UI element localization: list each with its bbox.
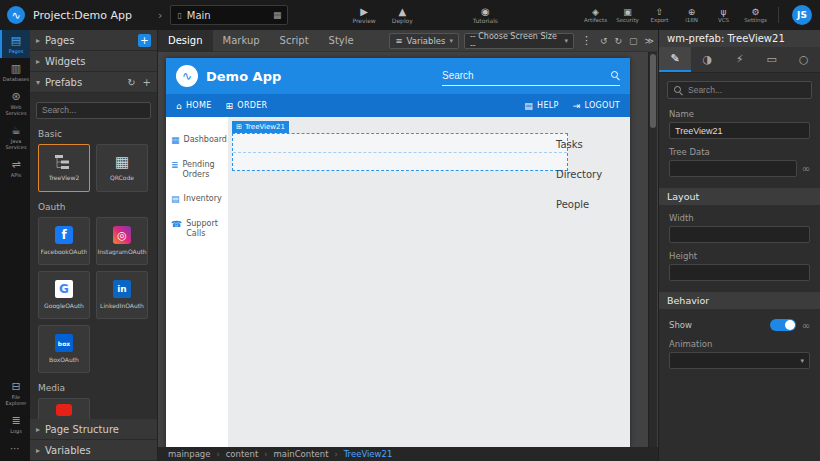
tab-events[interactable]: ⚡: [723, 47, 755, 72]
breadcrumb-mainpage[interactable]: mainpage: [168, 449, 210, 459]
tab-properties[interactable]: ✎: [659, 47, 691, 72]
sidebar-item-dashboard[interactable]: ▦ Dashboard: [166, 135, 228, 145]
tab-markup[interactable]: Markup: [213, 30, 270, 52]
qrcode-icon: ▦: [115, 154, 129, 170]
property-search-input[interactable]: [688, 85, 805, 95]
widgets-section-header[interactable]: ▸ Widgets: [30, 51, 157, 72]
breadcrumb-content[interactable]: content: [226, 449, 259, 459]
add-page-button[interactable]: +: [138, 34, 151, 47]
variables-dropdown[interactable]: ≡ Variables ▾: [389, 33, 458, 49]
export-button[interactable]: ⇧ Export: [646, 7, 673, 23]
prefabs-section-header[interactable]: ▾ Prefabs ↻ +: [30, 72, 157, 93]
rail-item-file-explorer[interactable]: ⊟ File Explorer: [0, 376, 30, 410]
rail-item-logs[interactable]: ≣ Logs: [0, 410, 30, 438]
prefab-tile-googleoauth[interactable]: G GoogleOAuth: [38, 271, 90, 319]
tab-device[interactable]: ▭: [756, 47, 788, 72]
scrollbar-thumb[interactable]: [650, 54, 656, 128]
prefab-tile-instagramoauth[interactable]: ◎ InstagramOAuth: [96, 217, 148, 265]
prefab-tile-boxoauth[interactable]: box BoxOAuth: [38, 325, 90, 373]
redo-icon[interactable]: ↻: [614, 36, 624, 46]
undo-icon[interactable]: ↺: [599, 36, 609, 46]
rail-item-databases[interactable]: ▥ Databases: [0, 58, 30, 86]
treeview-widget-selection[interactable]: [232, 133, 568, 171]
tile-label: LinkedInOAuth: [100, 302, 144, 309]
kebab-menu-icon[interactable]: ⋮: [579, 34, 594, 47]
add-prefab-icon[interactable]: +: [143, 77, 151, 88]
security-button[interactable]: ▣ Security: [614, 7, 641, 23]
search-icon[interactable]: [611, 71, 620, 80]
rail-item-pages[interactable]: ▤ Pages: [0, 30, 30, 58]
page-selector-value: Main: [187, 10, 211, 21]
height-input[interactable]: [669, 264, 810, 281]
list-item-directory[interactable]: Directory: [556, 169, 618, 180]
vcs-label: VCS: [718, 17, 729, 23]
width-input[interactable]: [669, 226, 810, 243]
canvas-scrollbar[interactable]: [648, 52, 657, 447]
vcs-button[interactable]: ψ VCS: [710, 7, 737, 23]
list-item-tasks[interactable]: Tasks: [556, 139, 618, 150]
breadcrumb-treeview21[interactable]: TreeView21: [344, 449, 393, 459]
prefab-tile-qrcode[interactable]: ▦ QRCode: [96, 144, 148, 192]
refresh-prefabs-icon[interactable]: ↻: [127, 77, 135, 88]
rail-item-web-services[interactable]: ⊛ Web Services: [0, 86, 30, 120]
tab-style[interactable]: Style: [319, 30, 364, 52]
nav-item-order[interactable]: ⊞ ORDER: [226, 101, 268, 111]
top-bar: ∿ Project:Demo App › ▯ Main ▦ ▶ Preview …: [0, 0, 820, 30]
nav-item-logout[interactable]: ⇥ LOGOUT: [573, 101, 620, 111]
sidebar-item-support-calls[interactable]: ☎ Support Calls: [166, 219, 228, 238]
tab-script[interactable]: Script: [270, 30, 319, 52]
treeview-icon: [54, 154, 74, 170]
pages-section-label: Pages: [45, 35, 74, 46]
tab-security[interactable]: ○: [788, 47, 820, 72]
screen-size-select[interactable]: -- Choose Screen Size -- ▾: [464, 33, 574, 49]
height-label: Height: [669, 251, 810, 261]
app-search-input[interactable]: [442, 70, 607, 81]
i18n-button[interactable]: ⊕ i18N: [678, 7, 705, 23]
tutorials-button[interactable]: ◉ Tutorials: [473, 6, 498, 24]
prefab-search-input[interactable]: [36, 102, 151, 119]
tree-data-input[interactable]: [669, 160, 797, 177]
sidebar-item-inventory[interactable]: ▤ Inventory: [166, 194, 228, 204]
prefab-tile-facebookoauth[interactable]: f FacebookOAuth: [38, 217, 90, 265]
variables-section-header[interactable]: ▸ Variables: [30, 440, 157, 461]
save-icon[interactable]: ▢: [628, 36, 639, 46]
databases-rail-label: Databases: [3, 76, 29, 82]
nav-item-help[interactable]: ▤ HELP: [524, 101, 558, 111]
artifacts-button[interactable]: ◈ Artifacts: [582, 7, 609, 23]
prefab-tile-media[interactable]: [38, 398, 90, 420]
expand-panel-icon[interactable]: ≫: [644, 36, 655, 46]
show-toggle[interactable]: [770, 319, 796, 331]
name-input[interactable]: [669, 122, 810, 139]
breadcrumb: mainpage › content › mainContent › TreeV…: [158, 447, 658, 461]
bind-link-icon[interactable]: ∞: [802, 320, 810, 331]
settings-button[interactable]: ⚙ Settings: [742, 7, 769, 23]
rail-item-apis[interactable]: ⇌ APIs: [0, 154, 30, 182]
list-item-people[interactable]: People: [556, 199, 618, 210]
more-options-icon[interactable]: ⋯: [0, 438, 30, 461]
breadcrumb-maincontent[interactable]: mainContent: [273, 449, 328, 459]
bind-link-icon[interactable]: ∞: [802, 163, 810, 174]
variables-icon: ≡: [395, 36, 402, 46]
pages-rail-label: Pages: [9, 48, 24, 54]
sidebar-item-pending-orders[interactable]: ≣ Pending Orders: [166, 160, 228, 179]
rail-item-java-services[interactable]: ☕ Java Services: [0, 120, 30, 154]
tab-styles[interactable]: ◑: [691, 47, 723, 72]
page-structure-section-header[interactable]: ▸ Page Structure: [30, 419, 157, 440]
caret-right-icon: ▸: [36, 57, 40, 66]
selected-widget-tag[interactable]: ⊞ TreeView21: [232, 121, 289, 133]
artifacts-label: Artifacts: [584, 17, 607, 23]
security-icon: ▣: [623, 7, 632, 17]
tab-design[interactable]: Design: [158, 30, 213, 52]
prefab-tile-treeview2[interactable]: TreeView2: [38, 144, 90, 192]
user-avatar[interactable]: JS: [792, 5, 812, 25]
page-selector-dropdown[interactable]: ▯ Main ▦: [170, 5, 288, 25]
prefab-tile-linkedinoauth[interactable]: in LinkedInOAuth: [96, 271, 148, 319]
media-icon: [56, 404, 72, 416]
deploy-button[interactable]: ▲ Deploy: [392, 6, 413, 24]
logs-icon: ≣: [11, 415, 20, 427]
nav-item-home[interactable]: ⌂ HOME: [176, 101, 212, 111]
animation-select[interactable]: ▾: [669, 352, 810, 369]
pages-section-header[interactable]: ▸ Pages +: [30, 30, 157, 51]
dashboard-label: Dashboard: [184, 135, 227, 145]
preview-button[interactable]: ▶ Preview: [352, 6, 375, 24]
